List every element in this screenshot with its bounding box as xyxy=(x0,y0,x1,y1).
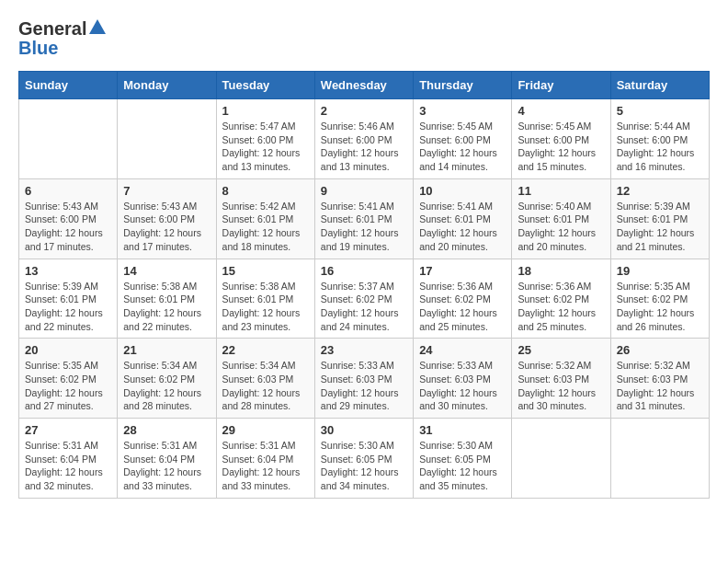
day-detail: Sunrise: 5:39 AMSunset: 6:01 PMDaylight:… xyxy=(617,200,703,254)
day-detail: Sunrise: 5:43 AMSunset: 6:00 PMDaylight:… xyxy=(25,200,111,254)
day-detail: Sunrise: 5:31 AMSunset: 6:04 PMDaylight:… xyxy=(25,439,111,493)
day-number: 6 xyxy=(25,184,111,198)
weekday-header-saturday: Saturday xyxy=(610,72,709,99)
calendar-cell: 23Sunrise: 5:33 AMSunset: 6:03 PMDayligh… xyxy=(314,339,413,419)
day-detail: Sunrise: 5:36 AMSunset: 6:02 PMDaylight:… xyxy=(419,280,506,334)
day-number: 20 xyxy=(25,343,111,357)
calendar-body: 1Sunrise: 5:47 AMSunset: 6:00 PMDaylight… xyxy=(19,99,710,499)
day-number: 14 xyxy=(123,264,210,278)
weekday-header-tuesday: Tuesday xyxy=(216,72,314,99)
day-detail: Sunrise: 5:37 AMSunset: 6:02 PMDaylight:… xyxy=(321,280,407,334)
weekday-header-friday: Friday xyxy=(512,72,610,99)
calendar-cell: 1Sunrise: 5:47 AMSunset: 6:00 PMDaylight… xyxy=(216,99,314,179)
day-detail: Sunrise: 5:30 AMSunset: 6:05 PMDaylight:… xyxy=(419,439,506,493)
day-number: 22 xyxy=(222,343,309,357)
day-number: 8 xyxy=(222,184,309,198)
calendar-cell: 3Sunrise: 5:45 AMSunset: 6:00 PMDaylight… xyxy=(414,99,512,179)
day-detail: Sunrise: 5:32 AMSunset: 6:03 PMDaylight:… xyxy=(617,359,703,413)
calendar-week-4: 27Sunrise: 5:31 AMSunset: 6:04 PMDayligh… xyxy=(19,419,710,499)
day-number: 10 xyxy=(419,184,506,198)
calendar-week-3: 20Sunrise: 5:35 AMSunset: 6:02 PMDayligh… xyxy=(19,339,710,419)
weekday-header-sunday: Sunday xyxy=(19,72,118,99)
day-detail: Sunrise: 5:41 AMSunset: 6:01 PMDaylight:… xyxy=(321,200,407,254)
day-number: 15 xyxy=(222,264,309,278)
day-number: 24 xyxy=(419,343,506,357)
day-number: 13 xyxy=(25,264,111,278)
day-detail: Sunrise: 5:41 AMSunset: 6:01 PMDaylight:… xyxy=(419,200,506,254)
day-number: 3 xyxy=(419,104,506,118)
calendar-cell: 12Sunrise: 5:39 AMSunset: 6:01 PMDayligh… xyxy=(610,178,709,259)
day-number: 27 xyxy=(25,423,111,437)
calendar-cell: 11Sunrise: 5:40 AMSunset: 6:01 PMDayligh… xyxy=(512,178,610,259)
calendar-cell: 28Sunrise: 5:31 AMSunset: 6:04 PMDayligh… xyxy=(118,419,216,499)
calendar-cell: 4Sunrise: 5:45 AMSunset: 6:00 PMDaylight… xyxy=(512,99,610,179)
calendar-cell xyxy=(610,419,709,499)
day-detail: Sunrise: 5:38 AMSunset: 6:01 PMDaylight:… xyxy=(123,280,210,334)
day-number: 16 xyxy=(321,264,407,278)
day-number: 29 xyxy=(222,423,309,437)
day-number: 26 xyxy=(617,343,703,357)
calendar-cell: 27Sunrise: 5:31 AMSunset: 6:04 PMDayligh… xyxy=(19,419,118,499)
calendar-cell: 10Sunrise: 5:41 AMSunset: 6:01 PMDayligh… xyxy=(414,178,512,259)
calendar-cell: 13Sunrise: 5:39 AMSunset: 6:01 PMDayligh… xyxy=(19,259,118,339)
day-detail: Sunrise: 5:45 AMSunset: 6:00 PMDaylight:… xyxy=(518,120,604,174)
day-number: 5 xyxy=(617,104,703,118)
calendar-cell: 17Sunrise: 5:36 AMSunset: 6:02 PMDayligh… xyxy=(414,259,512,339)
day-detail: Sunrise: 5:34 AMSunset: 6:03 PMDaylight:… xyxy=(222,359,309,413)
day-detail: Sunrise: 5:45 AMSunset: 6:00 PMDaylight:… xyxy=(419,120,506,174)
day-detail: Sunrise: 5:33 AMSunset: 6:03 PMDaylight:… xyxy=(321,359,407,413)
calendar-table: SundayMondayTuesdayWednesdayThursdayFrid… xyxy=(18,71,710,499)
calendar-cell: 15Sunrise: 5:38 AMSunset: 6:01 PMDayligh… xyxy=(216,259,314,339)
calendar-cell: 8Sunrise: 5:42 AMSunset: 6:01 PMDaylight… xyxy=(216,178,314,259)
svg-marker-0 xyxy=(89,19,106,34)
calendar-cell: 5Sunrise: 5:44 AMSunset: 6:00 PMDaylight… xyxy=(610,99,709,179)
day-number: 18 xyxy=(518,264,604,278)
calendar-cell: 24Sunrise: 5:33 AMSunset: 6:03 PMDayligh… xyxy=(414,339,512,419)
day-number: 1 xyxy=(222,104,309,118)
calendar-cell: 22Sunrise: 5:34 AMSunset: 6:03 PMDayligh… xyxy=(216,339,314,419)
weekday-header-wednesday: Wednesday xyxy=(314,72,413,99)
day-number: 2 xyxy=(321,104,407,118)
calendar-cell: 19Sunrise: 5:35 AMSunset: 6:02 PMDayligh… xyxy=(610,259,709,339)
day-number: 23 xyxy=(321,343,407,357)
header: General Blue xyxy=(18,18,710,56)
calendar-cell: 29Sunrise: 5:31 AMSunset: 6:04 PMDayligh… xyxy=(216,419,314,499)
weekday-header-thursday: Thursday xyxy=(414,72,512,99)
day-detail: Sunrise: 5:38 AMSunset: 6:01 PMDaylight:… xyxy=(222,280,309,334)
day-detail: Sunrise: 5:31 AMSunset: 6:04 PMDaylight:… xyxy=(123,439,210,493)
calendar-week-0: 1Sunrise: 5:47 AMSunset: 6:00 PMDaylight… xyxy=(19,99,710,179)
day-number: 25 xyxy=(518,343,604,357)
day-number: 11 xyxy=(518,184,604,198)
calendar-cell: 9Sunrise: 5:41 AMSunset: 6:01 PMDaylight… xyxy=(314,178,413,259)
logo-blue: Blue xyxy=(18,40,58,56)
calendar-week-2: 13Sunrise: 5:39 AMSunset: 6:01 PMDayligh… xyxy=(19,259,710,339)
day-number: 30 xyxy=(321,423,407,437)
day-detail: Sunrise: 5:32 AMSunset: 6:03 PMDaylight:… xyxy=(518,359,604,413)
day-detail: Sunrise: 5:47 AMSunset: 6:00 PMDaylight:… xyxy=(222,120,309,174)
day-detail: Sunrise: 5:31 AMSunset: 6:04 PMDaylight:… xyxy=(222,439,309,493)
day-detail: Sunrise: 5:43 AMSunset: 6:00 PMDaylight:… xyxy=(123,200,210,254)
calendar-cell: 16Sunrise: 5:37 AMSunset: 6:02 PMDayligh… xyxy=(314,259,413,339)
day-number: 9 xyxy=(321,184,407,198)
calendar-cell: 21Sunrise: 5:34 AMSunset: 6:02 PMDayligh… xyxy=(118,339,216,419)
logo-icon xyxy=(87,17,108,38)
calendar-cell: 2Sunrise: 5:46 AMSunset: 6:00 PMDaylight… xyxy=(314,99,413,179)
calendar-cell: 14Sunrise: 5:38 AMSunset: 6:01 PMDayligh… xyxy=(118,259,216,339)
calendar-cell: 31Sunrise: 5:30 AMSunset: 6:05 PMDayligh… xyxy=(414,419,512,499)
calendar-cell: 30Sunrise: 5:30 AMSunset: 6:05 PMDayligh… xyxy=(314,419,413,499)
calendar-cell xyxy=(512,419,610,499)
day-detail: Sunrise: 5:46 AMSunset: 6:00 PMDaylight:… xyxy=(321,120,407,174)
day-number: 28 xyxy=(123,423,210,437)
day-detail: Sunrise: 5:34 AMSunset: 6:02 PMDaylight:… xyxy=(123,359,210,413)
day-detail: Sunrise: 5:33 AMSunset: 6:03 PMDaylight:… xyxy=(419,359,506,413)
weekday-header-row: SundayMondayTuesdayWednesdayThursdayFrid… xyxy=(19,72,710,99)
day-number: 4 xyxy=(518,104,604,118)
calendar-cell: 25Sunrise: 5:32 AMSunset: 6:03 PMDayligh… xyxy=(512,339,610,419)
calendar-cell: 6Sunrise: 5:43 AMSunset: 6:00 PMDaylight… xyxy=(19,178,118,259)
calendar-cell xyxy=(19,99,118,179)
day-detail: Sunrise: 5:30 AMSunset: 6:05 PMDaylight:… xyxy=(321,439,407,493)
day-detail: Sunrise: 5:39 AMSunset: 6:01 PMDaylight:… xyxy=(25,280,111,334)
day-number: 19 xyxy=(617,264,703,278)
weekday-header-monday: Monday xyxy=(118,72,216,99)
calendar-cell: 18Sunrise: 5:36 AMSunset: 6:02 PMDayligh… xyxy=(512,259,610,339)
